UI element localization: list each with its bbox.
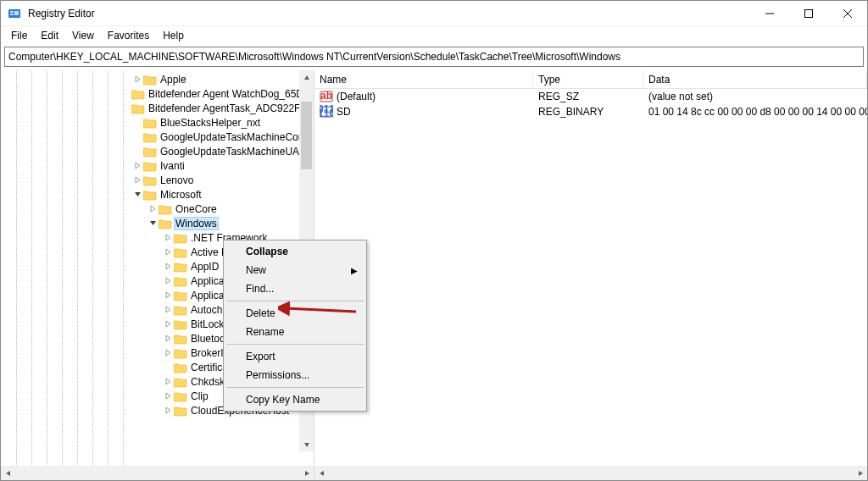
scroll-up-icon[interactable] xyxy=(299,70,314,85)
tree-item-label: OneCore xyxy=(174,203,219,215)
scroll-thumb[interactable] xyxy=(301,102,312,169)
address-input[interactable] xyxy=(8,51,860,63)
value-type: REG_SZ xyxy=(533,90,643,103)
context-find[interactable]: Find... xyxy=(225,279,364,298)
menu-file[interactable]: File xyxy=(4,28,34,43)
tree-item-label: Clip xyxy=(189,390,210,402)
folder-icon xyxy=(143,117,157,129)
menubar: File Edit View Favorites Help xyxy=(1,26,867,45)
maximize-button[interactable] xyxy=(789,1,828,26)
tree-item[interactable]: Lenovo xyxy=(1,173,314,187)
value-data: 01 00 14 8c cc 00 00 00 d8 00 00 00 14 0… xyxy=(643,105,867,119)
tree-item[interactable]: GoogleUpdateTaskMachineCore xyxy=(1,130,314,144)
chevron-right-icon[interactable] xyxy=(162,349,174,357)
svg-marker-17 xyxy=(320,471,324,476)
context-new[interactable]: New▶ xyxy=(225,261,364,279)
tree-item[interactable]: Windows xyxy=(1,216,314,230)
value-name: SD xyxy=(337,106,351,118)
context-copy-key-name[interactable]: Copy Key Name xyxy=(225,390,364,409)
minimize-button[interactable] xyxy=(750,1,789,26)
folder-icon xyxy=(159,218,172,229)
close-button[interactable] xyxy=(828,1,867,26)
folder-icon xyxy=(143,74,157,86)
menu-view[interactable]: View xyxy=(65,28,101,43)
tree-item[interactable]: OneCore xyxy=(1,202,314,216)
folder-icon xyxy=(143,131,157,143)
scroll-left-icon[interactable] xyxy=(314,466,329,480)
values-body[interactable]: ab(Default)REG_SZ(value not set)011110SD… xyxy=(314,89,867,466)
menu-edit[interactable]: Edit xyxy=(34,28,65,43)
chevron-right-icon[interactable] xyxy=(162,234,174,241)
value-row[interactable]: ab(Default)REG_SZ(value not set) xyxy=(314,89,867,104)
chevron-right-icon[interactable] xyxy=(131,176,143,184)
folder-icon xyxy=(174,390,187,402)
svg-marker-10 xyxy=(6,471,10,476)
tree-item-label: Microsoft xyxy=(159,189,203,201)
values-header: Name Type Data xyxy=(314,70,867,89)
svg-text:110: 110 xyxy=(320,108,333,119)
tree-horizontal-scrollbar[interactable] xyxy=(1,466,314,480)
chevron-right-icon[interactable] xyxy=(162,306,174,313)
column-header-name[interactable]: Name xyxy=(314,71,533,88)
folder-icon xyxy=(143,174,157,186)
values-horizontal-scrollbar[interactable] xyxy=(314,466,867,480)
folder-icon xyxy=(174,405,187,417)
context-export[interactable]: Export xyxy=(225,347,364,366)
folder-icon xyxy=(174,232,187,244)
svg-marker-9 xyxy=(304,443,309,447)
chevron-right-icon[interactable] xyxy=(162,392,174,400)
chevron-right-icon[interactable] xyxy=(147,205,159,213)
chevron-right-icon[interactable] xyxy=(162,263,174,270)
scroll-down-icon[interactable] xyxy=(299,437,314,451)
svg-rect-2 xyxy=(10,14,14,15)
scroll-right-icon[interactable] xyxy=(853,466,867,480)
tree-item[interactable]: GoogleUpdateTaskMachineUA xyxy=(1,144,314,158)
context-delete[interactable]: Delete xyxy=(225,304,364,323)
chevron-right-icon[interactable] xyxy=(162,406,174,414)
chevron-right-icon[interactable] xyxy=(131,162,143,169)
chevron-right-icon[interactable] xyxy=(162,248,174,256)
context-permissions[interactable]: Permissions... xyxy=(225,366,364,384)
tree-item-label: Bitdefender Agent WatchDog_65D6944A0EF16 xyxy=(147,88,314,100)
window-controls xyxy=(750,1,867,26)
tree-item[interactable]: Apple xyxy=(1,72,314,86)
folder-icon xyxy=(174,376,187,388)
string-value-icon: ab xyxy=(320,90,333,103)
chevron-right-icon[interactable] xyxy=(162,378,174,385)
chevron-right-icon[interactable] xyxy=(162,277,174,285)
chevron-right-icon[interactable] xyxy=(131,75,143,83)
menu-favorites[interactable]: Favorites xyxy=(101,28,156,43)
tree-item[interactable]: Ivanti xyxy=(1,158,314,173)
chevron-down-icon[interactable] xyxy=(131,191,143,198)
tree-item-label: GoogleUpdateTaskMachineUA xyxy=(159,146,301,158)
values-pane: Name Type Data ab(Default)REG_SZ(value n… xyxy=(314,70,867,480)
value-row[interactable]: 011110SDREG_BINARY01 00 14 8c cc 00 00 0… xyxy=(314,104,867,119)
chevron-right-icon[interactable] xyxy=(162,291,174,299)
separator xyxy=(226,301,364,301)
folder-icon xyxy=(143,189,157,201)
folder-icon xyxy=(174,333,187,345)
tree-item[interactable]: Bitdefender AgentTask_ADC922FE364548D4 xyxy=(1,101,314,115)
value-name: (Default) xyxy=(337,91,376,102)
tree-item-label: Bitdefender AgentTask_ADC922FE364548D4 xyxy=(147,102,314,114)
context-new-label: New xyxy=(246,264,266,276)
context-collapse[interactable]: Collapse xyxy=(225,242,364,261)
separator xyxy=(226,344,364,345)
chevron-right-icon[interactable] xyxy=(162,334,174,342)
svg-marker-18 xyxy=(859,471,863,476)
column-header-type[interactable]: Type xyxy=(533,71,643,88)
menu-help[interactable]: Help xyxy=(156,28,191,43)
tree-item[interactable]: BlueStacksHelper_nxt xyxy=(1,115,314,130)
value-data: (value not set) xyxy=(643,90,867,103)
context-menu: Collapse New▶ Find... Delete Rename Expo… xyxy=(223,240,367,412)
scroll-right-icon[interactable] xyxy=(299,466,314,480)
tree-item[interactable]: Microsoft xyxy=(1,187,314,202)
column-header-data[interactable]: Data xyxy=(643,71,867,88)
chevron-down-icon[interactable] xyxy=(147,219,159,227)
chevron-right-icon[interactable] xyxy=(162,320,174,328)
tree-item-label: GoogleUpdateTaskMachineCore xyxy=(159,131,309,143)
context-rename[interactable]: Rename xyxy=(225,323,364,341)
scroll-left-icon[interactable] xyxy=(1,466,15,480)
address-bar[interactable] xyxy=(4,47,864,67)
tree-item[interactable]: Bitdefender Agent WatchDog_65D6944A0EF16 xyxy=(1,86,314,101)
